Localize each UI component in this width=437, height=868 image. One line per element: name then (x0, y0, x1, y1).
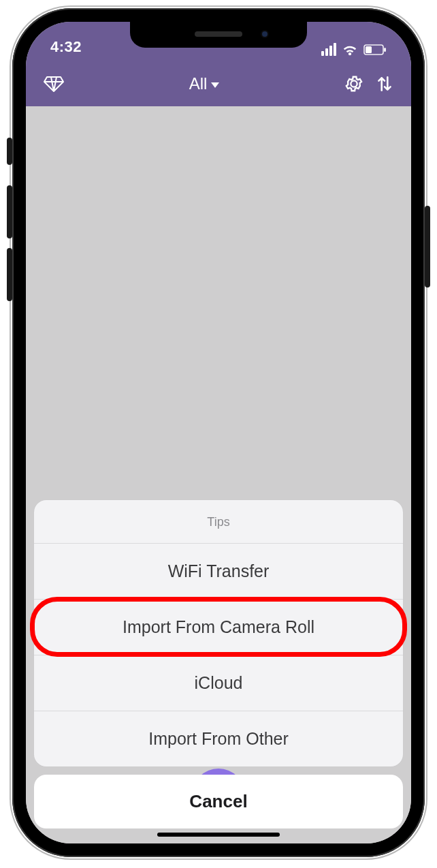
sort-transfer-icon[interactable] (376, 74, 393, 93)
status-time: 4:32 (50, 38, 82, 56)
power-button (425, 206, 430, 288)
action-option-import-other[interactable]: Import From Other (34, 711, 403, 766)
navbar: All (26, 61, 411, 106)
action-sheet-cancel[interactable]: Cancel (34, 775, 403, 828)
svg-rect-1 (384, 48, 386, 52)
mute-switch (7, 138, 12, 165)
svg-rect-2 (366, 46, 372, 53)
volume-down-button (7, 248, 12, 301)
action-option-wifi-transfer[interactable]: WiFi Transfer (34, 544, 403, 600)
front-camera (261, 30, 269, 38)
navbar-title-dropdown[interactable]: All (189, 74, 220, 93)
action-sheet-header: Tips (34, 500, 403, 544)
speaker-grille (195, 31, 242, 37)
volume-up-button (7, 185, 12, 238)
battery-icon (363, 44, 387, 55)
device-frame: 4:32 (12, 8, 425, 857)
action-sheet-group: Tips WiFi Transfer Import From Camera Ro… (34, 500, 403, 766)
premium-diamond-icon[interactable] (44, 75, 64, 93)
cellular-signal-icon (320, 43, 336, 56)
action-sheet: Tips WiFi Transfer Import From Camera Ro… (34, 500, 403, 828)
notch (130, 22, 307, 48)
action-option-icloud[interactable]: iCloud (34, 655, 403, 711)
home-indicator[interactable] (157, 833, 280, 837)
wifi-icon (342, 44, 358, 56)
caret-down-icon (211, 82, 219, 88)
settings-gear-icon[interactable] (344, 74, 363, 93)
action-option-import-camera-roll[interactable]: Import From Camera Roll (34, 600, 403, 655)
screen: 4:32 (26, 22, 411, 843)
navbar-title: All (189, 74, 208, 93)
